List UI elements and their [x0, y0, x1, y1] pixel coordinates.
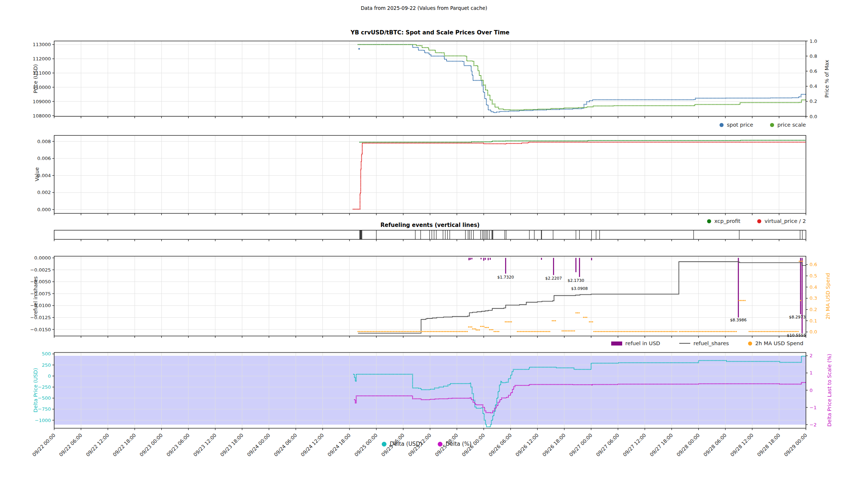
svg-text:−250: −250: [38, 384, 51, 390]
svg-text:250: 250: [42, 362, 51, 368]
x-tick-label: 09/28 18:00: [756, 432, 781, 458]
x-tick-label: 09/27 06:00: [595, 432, 620, 458]
svg-text:1.0: 1.0: [810, 38, 817, 44]
legend-label: 2h MA USD Spend: [755, 340, 803, 346]
svg-text:$3.0908: $3.0908: [571, 286, 588, 291]
x-tick-label: 09/22 12:00: [85, 432, 110, 458]
svg-text:0: 0: [810, 388, 812, 393]
x-tick-label: 09/22 00:00: [31, 432, 56, 458]
svg-text:0.1: 0.1: [810, 318, 817, 324]
svg-text:112000: 112000: [33, 56, 51, 61]
svg-text:$2.2207: $2.2207: [545, 276, 562, 281]
legend-item-refuel-usd: refuel in USD: [611, 340, 660, 346]
legend-label: virtual_price / 2: [765, 218, 806, 224]
x-tick-label: 09/22 18:00: [112, 432, 137, 458]
svg-text:0.8: 0.8: [810, 53, 817, 59]
refuel-ylabel: refuel in shares: [33, 276, 38, 316]
price-chart-title: YB crvUSD/tBTC: Spot and Scale Prices Ov…: [54, 29, 806, 36]
refuel-shares-marker-icon: [679, 343, 690, 344]
virtual-price-marker-icon: [757, 219, 761, 223]
svg-text:0.6: 0.6: [810, 262, 817, 267]
x-tick-label: 09/27 00:00: [568, 432, 593, 458]
svg-text:0.4: 0.4: [810, 83, 817, 89]
figure: { "figure": { "suptitle": "Data from 202…: [0, 0, 848, 504]
x-tick-label: 09/23 12:00: [192, 432, 217, 458]
svg-text:0.002: 0.002: [37, 190, 51, 195]
x-tick-label: 09/28 00:00: [675, 432, 701, 458]
legend-label: spot price: [727, 122, 753, 128]
events-strip-title: Refueling events (vertical lines): [54, 222, 806, 228]
value-ylabel: Value: [34, 167, 40, 181]
xcp-profit-marker-icon: [707, 219, 711, 223]
svg-text:$10.5555: $10.5555: [787, 333, 806, 338]
legend-label: refuel_shares: [694, 340, 729, 346]
svg-text:0.0: 0.0: [810, 329, 817, 335]
svg-text:1: 1: [810, 370, 812, 376]
x-tick-label: 09/29 00:00: [783, 432, 808, 458]
delta-usd-marker-icon: [382, 442, 386, 447]
x-tick-label: 09/24 12:00: [299, 432, 325, 458]
svg-text:−0.0025: −0.0025: [30, 267, 51, 273]
svg-text:0.3: 0.3: [810, 295, 817, 301]
x-tick-label: 09/22 06:00: [58, 432, 83, 458]
legend-item-price-scale: price scale: [770, 122, 806, 128]
svg-text:−500: −500: [38, 395, 51, 401]
x-tick-label: 09/23 06:00: [165, 432, 191, 458]
svg-text:0.2: 0.2: [810, 98, 817, 104]
price-ylabel: Price (USD): [33, 64, 38, 93]
x-tick-label: 09/26 18:00: [541, 432, 567, 458]
svg-text:113000: 113000: [33, 42, 51, 47]
charts-canvas: 1130001120001110001100001090001080001.00…: [0, 0, 848, 504]
legend-label: Delta (%): [446, 441, 472, 447]
svg-text:108000: 108000: [33, 113, 51, 119]
x-tick-label: 09/24 00:00: [246, 432, 271, 458]
refuel-legend: refuel in USD refuel_shares 2h MA USD Sp…: [611, 340, 803, 346]
svg-text:0.4: 0.4: [810, 284, 817, 290]
legend-label: xcp_profit: [714, 218, 740, 224]
x-tick-label: 09/28 06:00: [702, 432, 728, 458]
svg-text:0.0000: 0.0000: [34, 255, 51, 261]
svg-text:2: 2: [810, 353, 812, 358]
x-tick-label: 09/26 12:00: [514, 432, 539, 458]
x-tick-label: 09/24 18:00: [326, 432, 352, 458]
legend-item-delta-usd: Delta (USD): [382, 441, 422, 447]
price-right-ylabel: Price % of Max: [824, 60, 830, 97]
delta-ylabel: Delta Price (USD): [33, 368, 38, 412]
svg-text:0.5: 0.5: [810, 273, 817, 279]
svg-text:500: 500: [42, 351, 51, 356]
legend-item-delta-pct: Delta (%): [438, 441, 472, 447]
figure-suptitle: Data from 2025-09-22 (Values from Parque…: [0, 5, 848, 11]
x-tick-label: 09/23 00:00: [138, 432, 164, 458]
value-legend: xcp_profit virtual_price / 2: [707, 218, 806, 224]
refuel-right-ylabel: 2h MA USD Spend: [825, 273, 831, 320]
ma-usd-spend-marker-icon: [748, 341, 752, 346]
x-tick-label: 09/27 18:00: [649, 432, 674, 458]
svg-text:0.006: 0.006: [37, 156, 51, 161]
legend-item-ma-usd-spend: 2h MA USD Spend: [748, 340, 803, 346]
legend-item-spot-price: spot price: [720, 122, 753, 128]
x-tick-label: 09/23 18:00: [219, 432, 244, 458]
svg-text:0: 0: [48, 373, 51, 379]
legend-item-refuel-shares: refuel_shares: [679, 340, 729, 346]
legend-label: price scale: [777, 122, 806, 128]
svg-text:−1000: −1000: [35, 418, 51, 423]
delta-pct-marker-icon: [438, 442, 442, 447]
refuel-usd-marker-icon: [611, 341, 622, 346]
svg-text:−750: −750: [38, 406, 51, 412]
legend-label: Delta (USD): [390, 441, 422, 447]
price-scale-marker-icon: [770, 123, 774, 127]
legend-item-virtual-price: virtual_price / 2: [757, 218, 806, 224]
svg-text:−0.0150: −0.0150: [30, 327, 51, 332]
svg-text:−2: −2: [810, 422, 817, 428]
x-tick-label: 09/24 06:00: [273, 432, 298, 458]
delta-right-ylabel: Delta Price Last to Scale (%): [826, 354, 832, 427]
svg-text:$2.1730: $2.1730: [568, 278, 584, 283]
svg-text:$8.2973: $8.2973: [789, 315, 806, 320]
svg-text:0.008: 0.008: [37, 139, 51, 144]
legend-item-xcp-profit: xcp_profit: [707, 218, 740, 224]
svg-text:109000: 109000: [33, 99, 51, 104]
svg-text:−1: −1: [810, 405, 817, 410]
svg-text:0.2: 0.2: [810, 307, 817, 312]
svg-text:0.6: 0.6: [810, 68, 817, 74]
x-tick-label: 09/25 00:00: [353, 432, 378, 458]
